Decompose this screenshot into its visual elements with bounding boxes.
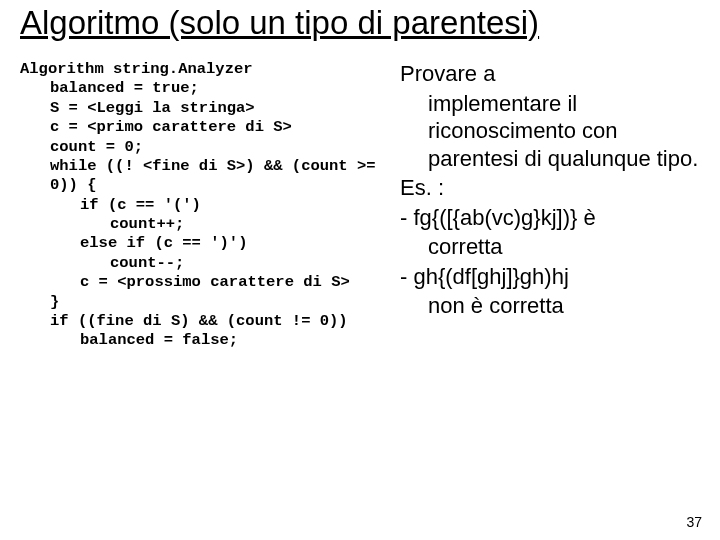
code-line: c = <primo carattere di S> [20, 118, 390, 137]
code-line: Algorithm string.Analyzer [20, 60, 390, 79]
code-block: Algorithm string.Analyzer balanced = tru… [20, 60, 390, 351]
code-line: count = 0; [20, 138, 390, 157]
page-number: 37 [686, 514, 702, 530]
note-bullet: - fg{([{ab(vc)g}kj])} è [400, 204, 700, 232]
note-line: non è corretta [400, 292, 700, 320]
note-line: implementare il riconoscimento con paren… [400, 90, 700, 173]
code-line: } [20, 293, 390, 312]
content-area: Algorithm string.Analyzer balanced = tru… [0, 42, 720, 351]
slide-title: Algoritmo (solo un tipo di parentesi) [0, 0, 720, 42]
note-line: corretta [400, 233, 700, 261]
note-line: Provare a [400, 60, 700, 88]
code-line: if ((fine di S) && (count != 0)) [20, 312, 390, 331]
code-line: else if (c == ')') [20, 234, 390, 253]
note-line: Es. : [400, 174, 700, 202]
code-line: balanced = false; [20, 331, 390, 350]
note-bullet: - gh{(df[ghj]}gh)hj [400, 263, 700, 291]
code-line: count--; [20, 254, 390, 273]
code-line: c = <prossimo carattere di S> [20, 273, 390, 292]
code-line: count++; [20, 215, 390, 234]
code-line: while ((! <fine di S>) && (count >= 0)) … [20, 157, 390, 196]
code-line: balanced = true; [20, 79, 390, 98]
code-line: if (c == '(') [20, 196, 390, 215]
code-line: S = <Leggi la stringa> [20, 99, 390, 118]
notes-block: Provare a implementare il riconoscimento… [390, 60, 700, 351]
